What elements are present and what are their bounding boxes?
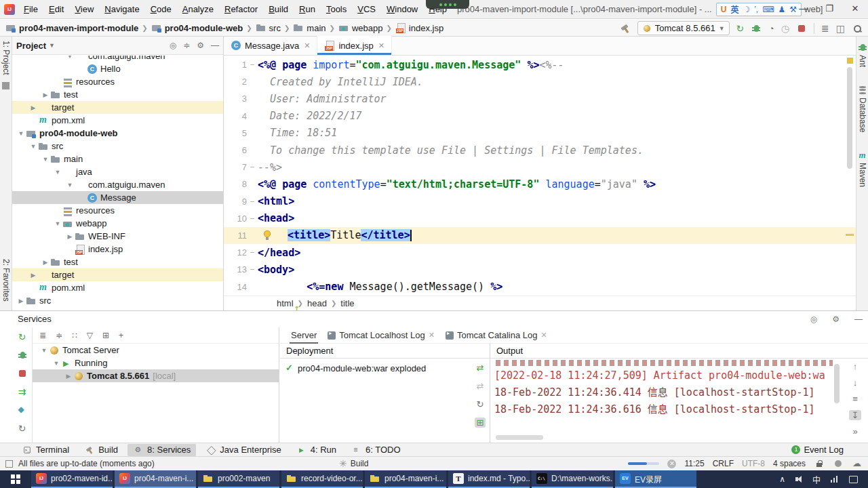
- services-tree-item[interactable]: ▶Tomcat 8.5.661[local]: [33, 369, 279, 382]
- code-line[interactable]: 12−</head>: [224, 244, 856, 261]
- refresh-button[interactable]: ↻: [18, 423, 26, 434]
- tool-windows-icon[interactable]: ≣: [821, 23, 829, 34]
- code-line[interactable]: 8<%@ page contentType="text/html;charset…: [224, 176, 856, 192]
- tool-window-tab-project[interactable]: 1: Project: [1, 41, 11, 75]
- add-deployment-icon[interactable]: ⊞: [475, 418, 486, 428]
- refresh-deploy-icon[interactable]: ↻: [477, 399, 484, 409]
- expand-all-icon[interactable]: ≣: [39, 331, 46, 340]
- code-line[interactable]: 9−<html>: [224, 193, 856, 210]
- hide-panel-icon[interactable]: —: [854, 314, 863, 324]
- volume-icon[interactable]: [793, 474, 804, 485]
- tree-item[interactable]: ▶target: [12, 268, 223, 281]
- ime-keyboard-icon[interactable]: ⌨: [762, 5, 774, 14]
- collapse-all-icon[interactable]: ≑: [183, 41, 190, 50]
- services-tree-item[interactable]: ▼Tomcat Server: [33, 344, 279, 357]
- editor-breadcrumb-item[interactable]: head: [307, 298, 327, 308]
- tree-chevron-icon[interactable]: ▶: [16, 298, 26, 304]
- line-ending-indicator[interactable]: CRLF: [713, 459, 734, 468]
- tree-item[interactable]: ▼com.atguigu.maven: [12, 56, 223, 62]
- editor-tab[interactable]: index.jsp✕: [317, 36, 392, 55]
- tree-item[interactable]: resources: [12, 75, 223, 88]
- taskbar-item[interactable]: record-video-or...: [281, 470, 363, 488]
- tree-chevron-icon[interactable]: ▼: [16, 130, 26, 137]
- settings-gear-icon[interactable]: ⚙: [197, 41, 204, 50]
- menu-view[interactable]: View: [70, 2, 98, 16]
- deploy-button[interactable]: ⇉: [18, 386, 26, 397]
- menu-run[interactable]: Run: [294, 2, 320, 16]
- preview-icon[interactable]: ⊞: [102, 331, 109, 340]
- tray-chevron-icon[interactable]: ∧: [779, 474, 785, 484]
- more-icon[interactable]: »: [852, 426, 857, 436]
- tree-item[interactable]: ▶target: [12, 101, 223, 114]
- menu-code[interactable]: Code: [146, 2, 176, 16]
- start-button[interactable]: [0, 470, 31, 488]
- menu-window[interactable]: Window: [382, 2, 422, 16]
- cancel-progress-icon[interactable]: ✕: [667, 460, 676, 468]
- services-tab[interactable]: Tomcat Catalina Log✕: [441, 327, 551, 344]
- tree-chevron-icon[interactable]: ▼: [41, 156, 50, 163]
- group-by-icon[interactable]: ∷: [72, 331, 77, 340]
- tool-window-button-javaenterprise[interactable]: Java Enterprise: [200, 444, 286, 456]
- layout-icon[interactable]: ◫: [836, 23, 845, 34]
- taskbar-item[interactable]: index.md - Typo...: [448, 470, 530, 488]
- breadcrumb-item[interactable]: main: [293, 22, 326, 33]
- stop-server-button[interactable]: [17, 368, 28, 379]
- next-message-icon[interactable]: ↓: [853, 378, 858, 388]
- code-line[interactable]: 3 User: Administrator: [224, 90, 856, 107]
- scroll-to-end-icon[interactable]: ↧: [849, 410, 862, 420]
- breadcrumb-item[interactable]: src: [256, 22, 281, 33]
- editor-tab[interactable]: Message.java✕: [224, 36, 317, 55]
- code-line[interactable]: 6 To change this template use File | Set…: [224, 142, 856, 159]
- code-line[interactable]: 7−--%>: [224, 159, 856, 176]
- ime-toolbar[interactable]: U 英 ☽ ’, ⌨ ♟ ⚒: [716, 3, 802, 16]
- tool-window-button-build[interactable]: Build: [79, 444, 123, 456]
- tool-window-tab-database[interactable]: Database: [857, 85, 868, 132]
- indent-indicator[interactable]: 4 spaces: [773, 459, 806, 468]
- tree-item[interactable]: ▶test: [12, 256, 223, 268]
- menu-refactor[interactable]: Refactor: [220, 2, 262, 16]
- build-status-label[interactable]: Build: [351, 459, 369, 468]
- network-icon[interactable]: [829, 474, 840, 485]
- breadcrumb-item[interactable]: pro04-maven-import-module: [5, 22, 138, 33]
- fold-marker-icon[interactable]: −: [247, 197, 258, 206]
- tool-window-tab-favorites[interactable]: 2: Favorites: [1, 259, 11, 302]
- taskbar-item[interactable]: pro002-maven: [198, 470, 279, 488]
- maximize-button[interactable]: ❐: [816, 0, 842, 19]
- tree-chevron-icon[interactable]: ▼: [53, 220, 62, 227]
- tree-item[interactable]: Message: [12, 191, 223, 204]
- tree-chevron-icon[interactable]: ▶: [28, 272, 38, 279]
- code-area[interactable]: 1−<%@ page import="com.atguigu.maven.Mes…: [224, 56, 856, 296]
- tool-window-button-services[interactable]: 8: Services: [127, 444, 196, 456]
- code-line[interactable]: 10−<head>: [224, 210, 856, 227]
- settings-gear-icon[interactable]: ⚙: [832, 314, 840, 324]
- menu-build[interactable]: Build: [264, 2, 293, 16]
- code-line[interactable]: 4 Date: 2022/2/17: [224, 108, 856, 125]
- tool-window-tab-maven[interactable]: mMaven: [858, 150, 867, 187]
- code-line[interactable]: 1−<%@ page import="com.atguigu.maven.Mes…: [224, 56, 856, 73]
- services-tree-item[interactable]: ▼Running: [33, 357, 279, 369]
- ime-logo-icon[interactable]: U: [721, 5, 727, 14]
- tree-chevron-icon[interactable]: ▶: [41, 92, 50, 98]
- tree-item[interactable]: pom.xml: [12, 281, 223, 294]
- close-tab-icon[interactable]: ✕: [304, 41, 310, 50]
- editor-breadcrumb-item[interactable]: html: [277, 298, 294, 308]
- tree-item[interactable]: ▶src: [12, 294, 223, 307]
- stop-button[interactable]: [796, 23, 807, 34]
- tool-window-button-terminal[interactable]: Terminal: [16, 444, 75, 456]
- ime-punctuation-icon[interactable]: ’,: [754, 5, 758, 14]
- tree-item[interactable]: ▶test: [12, 88, 223, 101]
- taskbar-item[interactable]: pro04-maven-i...: [115, 470, 196, 488]
- screen-recorder-minibar[interactable]: [426, 0, 469, 9]
- close-tab-icon[interactable]: ✕: [429, 331, 435, 340]
- fold-marker-icon[interactable]: −: [247, 60, 258, 69]
- taskbar-item[interactable]: pro04-maven-i...: [365, 470, 446, 488]
- tree-item[interactable]: ▼main: [12, 152, 223, 165]
- code-line[interactable]: 14 <%=new Message().getMessage() %>: [224, 278, 856, 295]
- tree-chevron-icon[interactable]: ▶: [41, 259, 50, 266]
- undeploy-icon[interactable]: ⇄: [477, 381, 484, 391]
- tree-chevron-icon[interactable]: ▼: [53, 169, 62, 176]
- tool-window-tab-ant[interactable]: Ant: [857, 42, 868, 67]
- tree-chevron-icon[interactable]: ▼: [65, 182, 75, 188]
- tree-item[interactable]: resources: [12, 204, 223, 217]
- taskbar-item[interactable]: pro02-maven-id...: [31, 470, 113, 488]
